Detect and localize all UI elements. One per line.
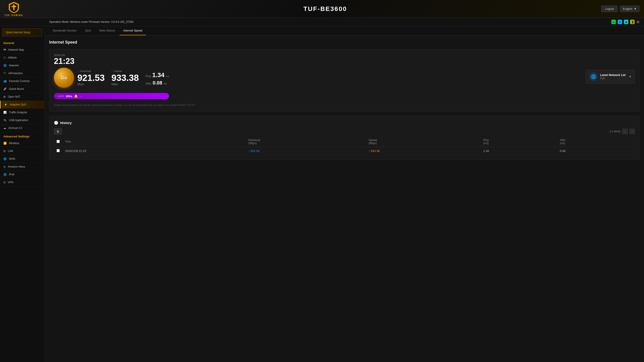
jitter-label: Jitter [146, 82, 152, 85]
sidebar-item-aimesh[interactable]: ⬡ AiMesh [0, 54, 44, 62]
row-ping: 1.34 [480, 147, 557, 155]
jitter-value: 0.08 [153, 80, 162, 86]
device-status-icon: ◉ [624, 20, 628, 24]
sidebar-item-aiprotection[interactable]: 🛡 AiProtection [0, 69, 44, 77]
operation-mode-value: Wireless router [70, 20, 88, 23]
aicloud-label: AiCloud 2.0 [8, 126, 22, 130]
time-column-header: Time [62, 137, 246, 147]
ping-display: Ping 1.34 ms [146, 71, 169, 79]
status-icons: ● ⚙ ◉ ▐ ⚙ [611, 20, 640, 24]
tab-internet-speed[interactable]: Internet Speed [120, 26, 146, 35]
delete-button[interactable]: 🗑 [54, 128, 62, 134]
isp-expand-button[interactable]: ▾ [629, 74, 631, 79]
row-time: 2024/12/8 21:23 [62, 147, 246, 155]
content-padding: Internet Speed 2024/12/8 21:23 Go [45, 35, 644, 164]
usb-status-icon: ▐ [630, 20, 634, 24]
traffic-analyzer-icon: 📊 [3, 111, 7, 114]
history-section: 🕐 History 🗑 1-1 Items ‹ › [49, 116, 640, 160]
general-section-label: General [0, 39, 44, 46]
adaptive-qos-label: Adaptive QoS [10, 103, 26, 106]
table-row: 2024/12/8 21:23 ↓ 921.53 ↑ 933.38 1.34 0… [54, 147, 635, 155]
open-nat-icon: ⊞ [3, 95, 6, 98]
page-title: Internet Speed [49, 40, 640, 45]
wan-icon: 🌐 [3, 157, 7, 160]
row-upload: ↑ 933.38 [366, 147, 480, 155]
more-options-icon[interactable]: ··· [80, 94, 82, 98]
next-page-button[interactable]: › [630, 129, 635, 134]
sidebar-item-parental-controls[interactable]: 👥 Parental Controls [0, 77, 44, 85]
sidebar-item-open-nat[interactable]: ⊞ Open NAT [0, 93, 44, 101]
ipv6-label: IPv6 [9, 173, 14, 176]
row-jitter: 0.08 [557, 147, 635, 155]
isp-city: Kyiv [600, 77, 626, 80]
upload-metric: ↑ Upload 933.38 Mbps [111, 70, 139, 86]
go-button[interactable]: Go [54, 68, 74, 88]
tuf-logo: TUF GAMING [4, 1, 23, 16]
time-display: 21:23 [54, 56, 169, 66]
disclaimer-text: Ookla® and Speedtest® are federally regi… [54, 104, 635, 107]
sidebar-item-game-boost[interactable]: 🚀 Game Boost [0, 85, 44, 93]
upload-label: Upload [114, 70, 122, 72]
model-title: TUF-BE3600 [49, 5, 601, 12]
select-all-header [54, 137, 62, 147]
status-bar: Operation Mode: Wireless router Firmware… [0, 18, 644, 26]
network-label: Network [9, 64, 19, 67]
isp-section: 🌐 Lanet Network Ltd Kyiv ▾ [586, 70, 635, 84]
aimesh-icon: ⬡ [3, 56, 6, 59]
level-value: Ultra [66, 94, 72, 98]
jitter-display: Jitter 0.08 ms [146, 80, 169, 86]
globe-icon: 🌐 [590, 73, 598, 81]
download-metric: ↓ Download 921.53 Mbps [77, 70, 105, 86]
tab-qos[interactable]: QoS [82, 26, 94, 35]
adaptive-qos-icon: ⚡ [4, 103, 8, 106]
sidebar-item-adaptive-qos[interactable]: ⚡ Adaptive QoS [0, 101, 44, 109]
sidebar-item-wireless[interactable]: 📶 Wireless [0, 139, 44, 147]
sidebar-item-wan[interactable]: 🌐 WAN [0, 155, 44, 163]
sidebar-item-aicloud[interactable]: ☁ AiCloud 2.0 [0, 124, 44, 132]
select-all-checkbox[interactable] [56, 140, 60, 143]
lan-icon: ⊟ [3, 149, 6, 153]
network-icon: 🌐 [3, 64, 7, 67]
chevron-down-icon: ▼ [634, 7, 636, 10]
history-header: 🕐 History [54, 121, 635, 125]
tab-web-history[interactable]: Web History [96, 26, 119, 35]
logo-area: TUF GAMING [4, 1, 49, 16]
tab-bandwidth-monitor[interactable]: Bandwidth Monitor [49, 26, 80, 35]
traffic-analyzer-label: Traffic Analyzer [9, 111, 27, 114]
row-checkbox-cell[interactable] [54, 147, 62, 155]
settings-icon[interactable]: ⚙ [636, 20, 640, 24]
wireless-label: Wireless [9, 142, 19, 145]
sidebar-item-amazon-alexa[interactable]: ◎ Amazon Alexa [0, 163, 44, 171]
sidebar-item-ipv6[interactable]: 🌐 IPv6 [0, 171, 44, 179]
bell-icon[interactable]: 🔔 [74, 94, 78, 98]
logout-button[interactable]: Logout [601, 5, 618, 12]
level-text-label: Level [58, 94, 64, 98]
sidebar-item-vpn[interactable]: ⊡ VPN [0, 179, 44, 186]
main-content: Bandwidth Monitor QoS Web History Intern… [45, 26, 644, 362]
amazon-alexa-label: Amazon Alexa [8, 165, 25, 168]
speed-top-section: 2024/12/8 21:23 Go ↓ [54, 54, 635, 99]
prev-page-button[interactable]: ‹ [622, 129, 628, 134]
sidebar-item-usb-application[interactable]: 🔌 USB Application [0, 116, 44, 124]
sidebar-item-network-map[interactable]: 🗺 Network Map [0, 46, 44, 54]
datetime-section: 2024/12/8 21:23 [54, 54, 169, 66]
wan-label: WAN [9, 157, 15, 160]
sidebar-item-lan[interactable]: ⊟ LAN [0, 147, 44, 155]
quick-internet-setup-button[interactable]: Quick Internet Setup [2, 28, 42, 36]
ping-unit: ms [166, 75, 169, 77]
aimesh-label: AiMesh [8, 56, 17, 59]
wireless-icon: 📶 [3, 142, 7, 145]
row-checkbox[interactable] [56, 149, 60, 152]
download-column-header: Download(Mbps) [246, 137, 366, 147]
download-label: Download [80, 70, 91, 72]
aiprotection-label: AiProtection [8, 72, 23, 75]
language-selector[interactable]: English ▼ [620, 5, 640, 12]
game-boost-label: Game Boost [9, 87, 24, 90]
header: TUF GAMING TUF-BE3600 Logout English ▼ [0, 0, 644, 18]
parental-controls-label: Parental Controls [9, 79, 30, 83]
isp-name: Lanet Network Ltd [600, 73, 626, 77]
ping-label: Ping [146, 75, 151, 78]
sidebar-item-traffic-analyzer[interactable]: 📊 Traffic Analyzer [0, 109, 44, 116]
network-map-icon: 🗺 [3, 48, 6, 51]
sidebar-item-network[interactable]: 🌐 Network [0, 62, 44, 69]
